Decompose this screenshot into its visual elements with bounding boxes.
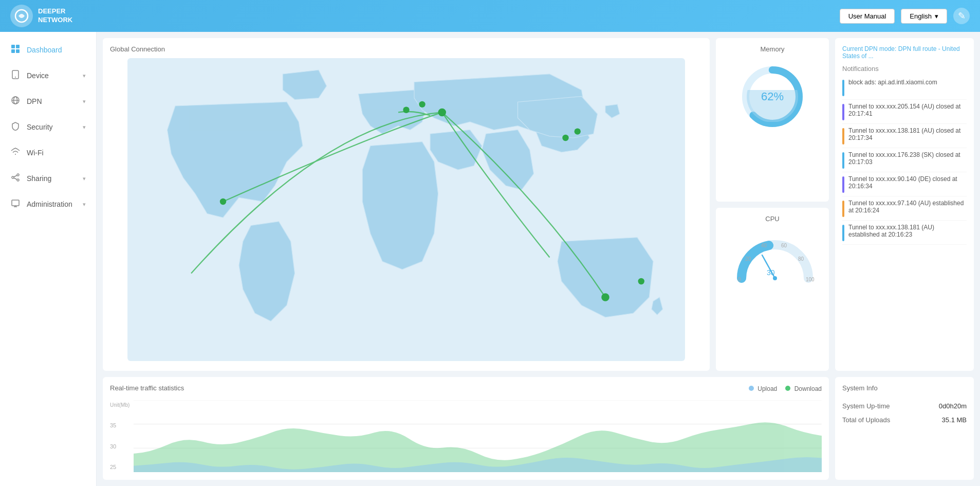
sidebar-item-security[interactable]: Security ▾: [0, 114, 96, 140]
administration-icon: [10, 199, 21, 210]
notification-item: Tunnel to xxx.xxx.90.140 (DE) closed at …: [842, 172, 967, 196]
system-info-row: System Up-time 0d0h20m: [842, 399, 967, 413]
svg-point-25: [220, 199, 226, 205]
user-icon[interactable]: ✎: [953, 8, 970, 24]
svg-point-10: [15, 154, 16, 155]
dpn-icon: [10, 96, 21, 107]
memory-panel: Memory 62%: [716, 38, 829, 202]
traffic-chart: [134, 400, 822, 472]
svg-line-14: [14, 175, 17, 177]
header: DEEPER NETWORK User Manual English ▾ ✎: [0, 0, 980, 32]
notification-text: Tunnel to xxx.xxx.176.238 (SK) closed at…: [848, 151, 967, 166]
chevron-down-icon: ▾: [83, 124, 86, 131]
system-info-rows: System Up-time 0d0h20m Total of Uploads …: [842, 399, 967, 427]
notifications-list: block ads: api.ad.intl.xiaomi.com Tunnel…: [842, 76, 967, 245]
chevron-down-icon: ▾: [83, 98, 86, 105]
sidebar-item-label: Device: [27, 71, 49, 80]
content-area: Global Connection: [97, 32, 980, 486]
notification-dot: [842, 225, 844, 241]
security-icon: [10, 121, 21, 133]
sidebar-item-label: Dashboard: [27, 46, 62, 54]
sidebar-item-dashboard[interactable]: Dashboard: [0, 37, 96, 63]
notification-item: Tunnel to xxx.xxx.205.154 (AU) closed at…: [842, 100, 967, 124]
wifi-icon: [10, 147, 21, 158]
svg-point-13: [17, 179, 19, 181]
sidebar-item-device[interactable]: Device ▾: [0, 63, 96, 88]
dpn-mode: Current DPN mode: DPN full route - Unite…: [842, 45, 967, 60]
svg-point-34: [773, 276, 777, 280]
sidebar-item-label: Sharing: [27, 174, 51, 183]
svg-line-15: [14, 178, 17, 179]
logo-icon: [10, 5, 33, 27]
notification-dot: [842, 176, 844, 193]
system-info-title: System Info: [842, 384, 967, 392]
chevron-down-icon: ▾: [83, 201, 86, 208]
svg-text:80: 80: [798, 256, 804, 262]
sidebar-item-administration[interactable]: Administration ▾: [0, 191, 96, 217]
system-info-row: Total of Uploads 35.1 MB: [842, 413, 967, 427]
sidebar-item-label: DPN: [27, 97, 42, 105]
svg-rect-4: [16, 49, 20, 53]
svg-point-23: [575, 128, 581, 134]
memory-gauge: 62%: [739, 63, 806, 130]
world-map: [110, 58, 702, 361]
sidebar: Dashboard Device ▾ DPN ▾ Security ▾: [0, 32, 97, 486]
sidebar-item-sharing[interactable]: Sharing ▾: [0, 166, 96, 191]
sidebar-item-wifi[interactable]: Wi-Fi: [0, 140, 96, 166]
svg-point-12: [12, 176, 14, 178]
notification-dot: [842, 128, 844, 145]
y-axis: Unit(Mb) 35 30 25: [110, 400, 130, 472]
svg-rect-1: [11, 45, 15, 48]
svg-point-24: [562, 135, 568, 141]
dashboard-icon: [10, 44, 21, 56]
system-info-label: Total of Uploads: [842, 416, 890, 424]
notification-item: block ads: api.ad.intl.xiaomi.com: [842, 76, 967, 100]
svg-point-20: [438, 109, 447, 117]
svg-point-27: [638, 278, 644, 284]
user-manual-button[interactable]: User Manual: [840, 9, 895, 24]
notification-text: Tunnel to xxx.xxx.205.154 (AU) closed at…: [848, 103, 967, 117]
svg-point-21: [403, 107, 409, 113]
traffic-title: Real-time traffic statistics: [110, 384, 184, 392]
download-dot: [785, 386, 790, 391]
unit-label: Unit(Mb): [110, 402, 130, 408]
svg-point-26: [601, 293, 609, 301]
header-right: User Manual English ▾ ✎: [840, 8, 970, 24]
svg-text:30: 30: [767, 268, 775, 277]
svg-text:60: 60: [781, 243, 787, 248]
notification-item: Tunnel to xxx.xxx.138.181 (AU) establish…: [842, 221, 967, 245]
svg-rect-16: [12, 200, 19, 206]
notification-dot: [842, 80, 844, 96]
notification-dot: [842, 104, 844, 120]
language-button[interactable]: English ▾: [901, 9, 947, 24]
svg-text:100: 100: [806, 277, 815, 282]
notification-dot: [842, 201, 844, 217]
sharing-icon: [10, 173, 21, 184]
chevron-down-icon: ▾: [83, 73, 86, 79]
notification-text: Tunnel to xxx.xxx.138.181 (AU) closed at…: [848, 127, 967, 141]
notifications-panel: Current DPN mode: DPN full route - Unite…: [835, 38, 974, 371]
notification-item: Tunnel to xxx.xxx.138.181 (AU) closed at…: [842, 124, 967, 148]
logo-text: DEEPER NETWORK: [38, 7, 72, 25]
svg-point-22: [419, 101, 425, 107]
memory-title: Memory: [761, 45, 785, 53]
sidebar-item-dpn[interactable]: DPN ▾: [0, 88, 96, 114]
notification-text: Tunnel to xxx.xxx.97.140 (AU) establishe…: [848, 200, 967, 214]
sidebar-item-label: Wi-Fi: [27, 149, 44, 157]
svg-rect-3: [11, 49, 15, 53]
notification-dot: [842, 152, 844, 169]
system-info-label: System Up-time: [842, 402, 890, 410]
right-panels-top: Memory 62%: [716, 38, 829, 371]
top-row: Global Connection: [103, 38, 974, 371]
notification-text: Tunnel to xxx.xxx.138.181 (AU) establish…: [848, 224, 967, 238]
cpu-gauge: 0 20 40 60 80 100 30: [734, 232, 811, 273]
upload-legend: Upload: [749, 385, 777, 392]
cpu-panel: CPU 0 20 40: [716, 208, 829, 371]
global-connection-panel: Global Connection: [103, 38, 710, 371]
download-legend: Download: [785, 385, 822, 392]
device-icon: [10, 70, 21, 81]
sidebar-item-label: Administration: [27, 200, 72, 208]
svg-rect-2: [16, 45, 20, 48]
notification-text: block ads: api.ad.intl.xiaomi.com: [848, 79, 937, 86]
main-layout: Dashboard Device ▾ DPN ▾ Security ▾: [0, 32, 980, 486]
